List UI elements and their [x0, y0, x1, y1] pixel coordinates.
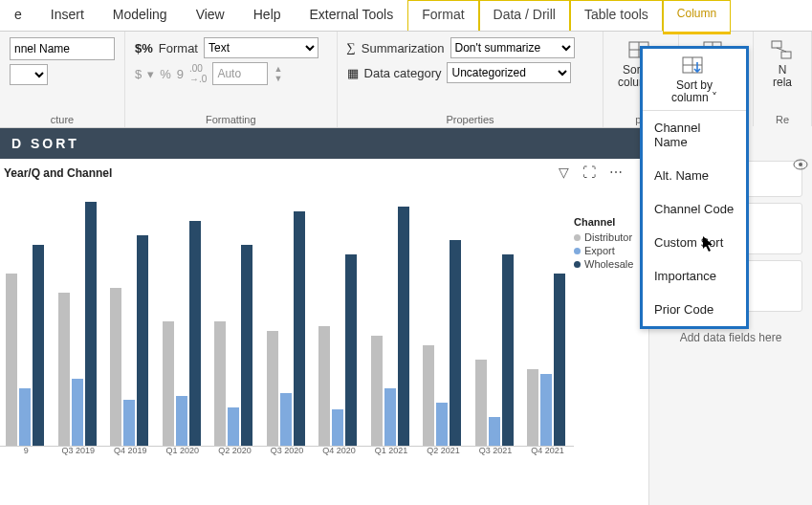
format-label: Format: [159, 41, 198, 55]
bar[interactable]: [110, 288, 121, 446]
x-axis-label: Q3 2019: [53, 446, 105, 455]
data-category-select[interactable]: Uncategorized: [447, 62, 571, 83]
bar[interactable]: [214, 321, 226, 446]
bar-group[interactable]: [371, 207, 409, 446]
bar[interactable]: [58, 293, 70, 446]
bar[interactable]: [371, 336, 383, 446]
relationship-icon: [770, 39, 795, 62]
tab-format[interactable]: Format: [407, 0, 478, 31]
bar-chart[interactable]: 9Q3 2019Q4 2019Q1 2020Q2 2020Q3 2020Q4 2…: [0, 197, 574, 474]
tab-column[interactable]: Column: [663, 0, 731, 34]
focus-icon[interactable]: ⛶: [582, 165, 596, 180]
bar-group[interactable]: [214, 245, 252, 446]
tab-data-drill[interactable]: Data / Drill: [479, 0, 570, 31]
bar[interactable]: [318, 326, 330, 446]
tab-view[interactable]: View: [182, 0, 239, 31]
bar[interactable]: [123, 400, 135, 446]
x-axis-label: Q1 2020: [157, 446, 209, 455]
category-icon: ▦: [347, 66, 359, 80]
bar-group[interactable]: [527, 274, 565, 446]
bar[interactable]: [294, 211, 305, 446]
bar[interactable]: [6, 274, 17, 446]
bar-group[interactable]: [475, 254, 514, 446]
bar[interactable]: [436, 403, 448, 446]
bar[interactable]: [423, 345, 434, 446]
legend-item: Distributor: [574, 231, 633, 243]
group-caption-formatting: Formatting: [135, 112, 327, 125]
sort-option-alt-name[interactable]: Alt. Name: [643, 159, 746, 192]
currency-symbol-icon[interactable]: $: [135, 67, 142, 81]
x-axis-label: Q3 2021: [470, 446, 522, 455]
tab-external-tools[interactable]: External Tools: [296, 0, 408, 31]
mouse-cursor-icon: [702, 235, 719, 252]
bar[interactable]: [527, 369, 538, 446]
bar-group[interactable]: [163, 221, 201, 446]
sort-option-custom-sort[interactable]: Custom Sort: [643, 226, 746, 259]
svg-line-9: [777, 48, 786, 52]
more-icon[interactable]: ⋯: [609, 165, 623, 180]
bar-group[interactable]: [58, 202, 97, 446]
relationships-button[interactable]: N rela: [757, 37, 807, 89]
bar[interactable]: [137, 235, 148, 446]
bar[interactable]: [189, 221, 201, 446]
bar-group[interactable]: [267, 211, 305, 446]
bar[interactable]: [345, 254, 357, 446]
bar[interactable]: [502, 254, 514, 446]
bar[interactable]: [280, 393, 292, 446]
sort-option-channel-code[interactable]: Channel Code: [643, 192, 746, 226]
datatype-select[interactable]: [10, 64, 48, 85]
bar[interactable]: [19, 388, 31, 446]
x-axis-label: Q2 2020: [208, 446, 261, 455]
bar[interactable]: [267, 331, 278, 446]
bar[interactable]: [228, 407, 239, 446]
x-axis-label: Q4 2019: [104, 446, 157, 455]
sort-icon: [681, 55, 708, 77]
tab-insert[interactable]: Insert: [36, 0, 99, 31]
ribbon-tabs: eInsertModelingViewHelpExternal ToolsFor…: [0, 0, 812, 32]
group-caption-properties: Properties: [347, 112, 594, 125]
tab-help[interactable]: Help: [239, 0, 296, 31]
bar[interactable]: [85, 202, 97, 446]
bar[interactable]: [163, 321, 174, 446]
bar-group[interactable]: [318, 254, 357, 446]
legend-item: Export: [574, 245, 633, 256]
bar[interactable]: [332, 409, 343, 446]
svg-point-14: [799, 163, 802, 166]
bar[interactable]: [176, 396, 187, 446]
bar[interactable]: [540, 374, 552, 446]
tab-modeling[interactable]: Modeling: [99, 0, 182, 31]
bar[interactable]: [450, 240, 461, 446]
bar[interactable]: [554, 274, 565, 446]
sort-option-prior-code[interactable]: Prior Code: [643, 293, 746, 326]
sort-by-column-dropdown: Sort bycolumn ˅ Channel NameAlt. NameCha…: [640, 46, 749, 329]
decimal-icon[interactable]: .00→.0: [189, 63, 207, 84]
bar[interactable]: [33, 245, 44, 446]
bar-group[interactable]: [6, 245, 44, 446]
tab-e[interactable]: e: [0, 0, 36, 31]
data-category-label: Data category: [364, 66, 442, 80]
bar[interactable]: [384, 388, 396, 446]
bar-group[interactable]: [423, 240, 461, 446]
bar[interactable]: [72, 379, 83, 446]
filter-icon[interactable]: ▽: [559, 165, 569, 180]
sort-option-channel-name[interactable]: Channel Name: [643, 111, 746, 159]
x-axis-label: Q4 2021: [521, 446, 574, 455]
bar-group[interactable]: [110, 235, 148, 446]
bar[interactable]: [475, 360, 487, 446]
decimals-input: [212, 62, 268, 85]
percent-icon[interactable]: %: [160, 67, 171, 81]
currency-icon: $%: [135, 41, 153, 55]
eye-icon[interactable]: [793, 159, 808, 170]
tab-table-tools[interactable]: Table tools: [570, 0, 663, 31]
sort-option-importance[interactable]: Importance: [643, 259, 746, 293]
x-axis-label: 9: [0, 446, 53, 455]
bar[interactable]: [398, 207, 409, 446]
name-field[interactable]: [10, 37, 115, 60]
bar[interactable]: [489, 417, 500, 446]
format-select[interactable]: Text: [204, 37, 318, 58]
bar[interactable]: [241, 245, 252, 446]
add-data-fields[interactable]: Add data fields here: [649, 331, 812, 344]
thousands-icon[interactable]: 9: [177, 67, 184, 81]
summarization-select[interactable]: Don't summarize: [450, 37, 575, 58]
x-axis-label: Q1 2021: [365, 446, 418, 455]
